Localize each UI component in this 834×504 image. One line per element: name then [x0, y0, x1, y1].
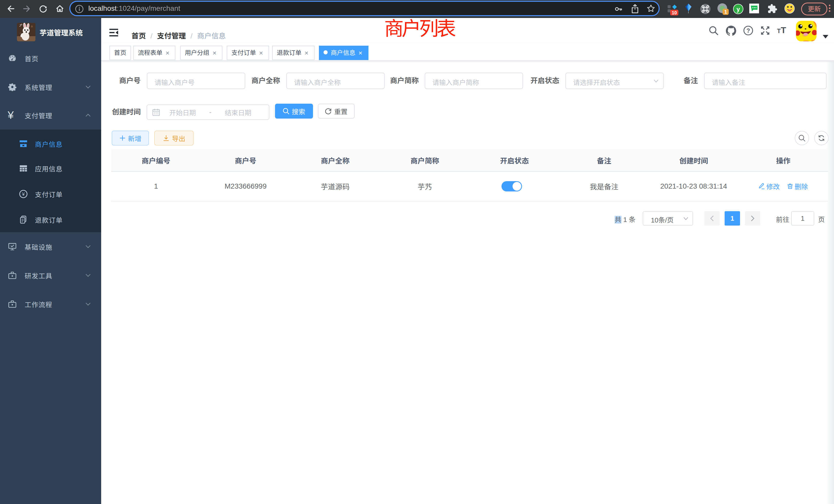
svg-text:y: y [737, 6, 740, 13]
svg-text:10: 10 [672, 10, 677, 16]
svg-text:1: 1 [724, 9, 727, 15]
svg-text:?: ? [746, 27, 750, 34]
svg-text:¥: ¥ [22, 191, 25, 197]
